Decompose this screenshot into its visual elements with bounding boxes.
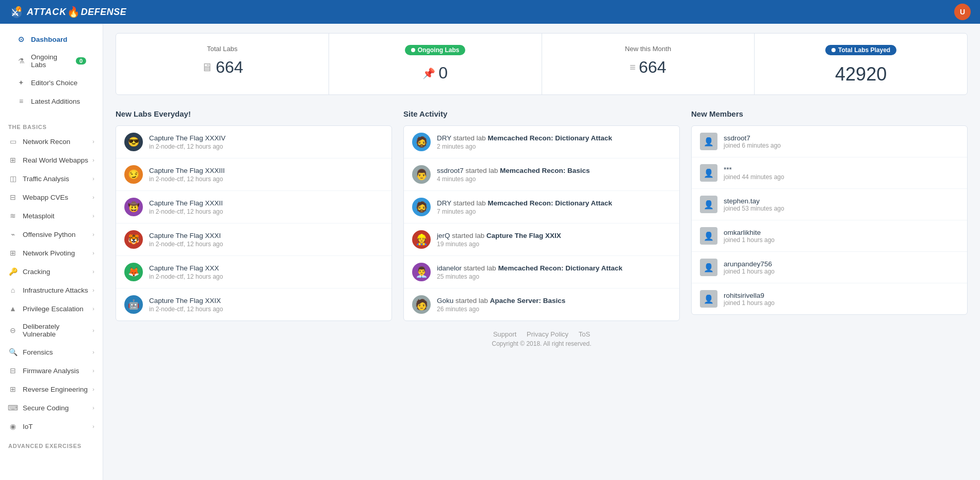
- chevron-right-icon: ›: [92, 268, 94, 275]
- sidebar-item-forensics[interactable]: 🔍 Forensics ›: [0, 343, 103, 361]
- item-text: ssdroot7 started lab Memcached Recon: Ba…: [437, 167, 590, 183]
- activity-card: 🧔 DRY started lab Memcached Recon: Dicti…: [403, 125, 680, 321]
- avatar: 😏: [124, 165, 143, 184]
- list-item[interactable]: 🦊 Capture The Flag XXX in 2-node-ctf, 12…: [116, 256, 391, 289]
- sidebar-item-ongoing-labs[interactable]: ⚗ Ongoing Labs 0: [8, 49, 94, 73]
- sidebar-item-latest-additions[interactable]: ≡ Latest Additions: [8, 92, 94, 110]
- footer: Support Privacy Policy ToS Copyright © 2…: [116, 321, 968, 357]
- list-item[interactable]: 😎 Capture The Flag XXXIV in 2-node-ctf, …: [116, 126, 391, 158]
- sidebar-item-webapp-cves[interactable]: ⊟ Webapp CVEs ›: [0, 188, 103, 206]
- status-dot: [831, 48, 836, 52]
- avatar: 😎: [124, 133, 143, 151]
- sidebar-top-nav: ⊙ Dashboard ⚗ Ongoing Labs 0 ✦ Editor's …: [0, 24, 103, 117]
- new-labs-section: New Labs Everyday! 😎 Capture The Flag XX…: [116, 109, 392, 321]
- list-item[interactable]: 👨 ssdroot7 started lab Memcached Recon: …: [404, 158, 679, 191]
- real-world-webapps-icon: ⊞: [8, 155, 18, 165]
- list-item[interactable]: 👤 stephen.tay joined 53 minutes ago: [692, 189, 967, 220]
- list-item[interactable]: 👷 jerQ started lab Capture The Flag XXIX…: [404, 223, 679, 256]
- member-info: stephen.tay joined 53 minutes ago: [724, 197, 784, 212]
- network-recon-icon: ▭: [8, 137, 18, 146]
- member-avatar: 👤: [700, 133, 717, 150]
- activity-time: 4 minutes ago: [437, 175, 590, 183]
- sidebar-item-label: Infrastructure Attacks: [23, 286, 88, 294]
- app-layout: ⊙ Dashboard ⚗ Ongoing Labs 0 ✦ Editor's …: [0, 24, 980, 480]
- secure-coding-icon: ⌨: [8, 403, 18, 412]
- sidebar-item-dashboard[interactable]: ⊙ Dashboard: [8, 30, 94, 49]
- avatar: 🐯: [124, 230, 143, 249]
- sidebar-item-reverse-engineering[interactable]: ⊞ Reverse Engineering ›: [0, 380, 103, 398]
- footer-support-link[interactable]: Support: [493, 330, 517, 338]
- list-item[interactable]: 👤 ssdroot7 joined 6 minutes ago: [692, 126, 967, 157]
- activity-time: 26 minutes ago: [437, 306, 565, 313]
- list-item[interactable]: 👨‍💼 idanelor started lab Memcached Recon…: [404, 256, 679, 289]
- list-item[interactable]: 🧔 DRY started lab Memcached Recon: Dicti…: [404, 126, 679, 158]
- list-item[interactable]: 👤 omkarlikhite joined 1 hours ago: [692, 220, 967, 252]
- list-item[interactable]: 👤 *** joined 44 minutes ago: [692, 157, 967, 189]
- latest-additions-icon: ≡: [17, 97, 26, 106]
- lab-sub: in 2-node-ctf, 12 hours ago: [149, 273, 223, 280]
- sidebar-item-offensive-python[interactable]: ⌁ Offensive Python ›: [0, 225, 103, 244]
- stat-ongoing-labs: Ongoing Labs 📌 0: [329, 34, 542, 94]
- user-avatar[interactable]: U: [954, 4, 971, 20]
- list-item[interactable]: 👤 arunpandey756 joined 1 hours ago: [692, 252, 967, 283]
- list-item[interactable]: 🧑 Goku started lab Apache Server: Basics…: [404, 289, 679, 321]
- footer-tos-link[interactable]: ToS: [579, 330, 590, 338]
- lab-sub: in 2-node-ctf, 12 hours ago: [149, 175, 225, 183]
- sidebar-item-editors-choice[interactable]: ✦ Editor's Choice: [8, 73, 94, 92]
- chevron-right-icon: ›: [92, 349, 94, 355]
- sidebar-item-metasploit[interactable]: ≋ Metasploit ›: [0, 206, 103, 225]
- sidebar-item-privilege-escalation[interactable]: ▲ Privilege Escalation ›: [0, 299, 103, 318]
- sidebar-item-label: Secure Coding: [23, 404, 69, 412]
- list-item[interactable]: 🧔 DRY started lab Memcached Recon: Dicti…: [404, 191, 679, 223]
- sidebar-item-network-pivoting[interactable]: ⊞ Network Pivoting ›: [0, 244, 103, 262]
- sidebar-item-label: Firmware Analysis: [23, 367, 79, 375]
- stats-row: Total Labs 🖥 664 Ongoing Labs 📌 0: [116, 33, 968, 95]
- activity-section: Site Activity 🧔 DRY started lab Memcache…: [403, 109, 680, 321]
- chevron-right-icon: ›: [92, 213, 94, 219]
- chevron-right-icon: ›: [92, 327, 94, 333]
- sidebar-item-cracking[interactable]: 🔑 Cracking ›: [0, 262, 103, 281]
- list-item[interactable]: 🐯 Capture The Flag XXXI in 2-node-ctf, 1…: [116, 223, 391, 256]
- sidebar-item-label: Reverse Engineering: [23, 386, 88, 393]
- logo-text-2: DEFENSE: [81, 7, 127, 18]
- sidebar-item-deliberately-vulnerable[interactable]: ⊖ Deliberately Vulnerable ›: [0, 318, 103, 343]
- member-info: ssdroot7 joined 6 minutes ago: [724, 134, 781, 149]
- sidebar-item-secure-coding[interactable]: ⌨ Secure Coding ›: [0, 398, 103, 417]
- sidebar-item-traffic-analysis[interactable]: ◫ Traffic Analysis ›: [0, 169, 103, 188]
- new-labs-title: New Labs Everyday!: [116, 109, 392, 118]
- list-item[interactable]: 👤 rohitsirivella9 joined 1 hours ago: [692, 283, 967, 314]
- sidebar-item-network-recon[interactable]: ▭ Network Recon ›: [0, 132, 103, 151]
- lab-title: Capture The Flag XXIX: [149, 297, 223, 305]
- member-avatar: 👤: [700, 164, 717, 182]
- item-text: Capture The Flag XXXIII in 2-node-ctf, 1…: [149, 167, 225, 183]
- member-name: stephen.tay: [724, 197, 784, 205]
- list-item[interactable]: 🤠 Capture The Flag XXXII in 2-node-ctf, …: [116, 191, 391, 223]
- sidebar-item-label: Ongoing Labs: [31, 53, 73, 69]
- lab-title: Capture The Flag XXXIII: [149, 167, 225, 174]
- avatar: 🧔: [412, 133, 431, 151]
- list-icon: ≡: [630, 61, 636, 73]
- item-text: Capture The Flag XXXII in 2-node-ctf, 12…: [149, 199, 223, 215]
- editors-choice-icon: ✦: [17, 78, 26, 87]
- item-text: Capture The Flag XXXIV in 2-node-ctf, 12…: [149, 134, 225, 150]
- sidebar-item-firmware-analysis[interactable]: ⊟ Firmware Analysis ›: [0, 361, 103, 380]
- activity-text: DRY started lab Memcached Recon: Diction…: [437, 199, 612, 207]
- sidebar-item-iot[interactable]: ◉ IoT ›: [0, 417, 103, 436]
- sidebar-item-label: Privilege Escalation: [23, 305, 84, 313]
- avatar: 👨‍💼: [412, 263, 431, 281]
- sidebar-item-label: Dashboard: [31, 36, 68, 43]
- chevron-right-icon: ›: [92, 194, 94, 200]
- chevron-right-icon: ›: [92, 405, 94, 411]
- activity-text: DRY started lab Memcached Recon: Diction…: [437, 134, 612, 142]
- total-played-value: 42920: [769, 63, 953, 85]
- avatar: 🧑: [412, 295, 431, 314]
- sidebar-item-infrastructure-attacks[interactable]: ⌂ Infrastructure Attacks ›: [0, 281, 103, 299]
- member-info: rohitsirivella9 joined 1 hours ago: [724, 292, 775, 307]
- footer-privacy-link[interactable]: Privacy Policy: [527, 330, 568, 338]
- item-text: DRY started lab Memcached Recon: Diction…: [437, 134, 612, 150]
- sidebar-item-real-world-webapps[interactable]: ⊞ Real World Webapps ›: [0, 151, 103, 169]
- avatar: 🧔: [412, 198, 431, 216]
- stat-total-played: Total Labs Played 42920: [755, 34, 967, 94]
- list-item[interactable]: 😏 Capture The Flag XXXIII in 2-node-ctf,…: [116, 158, 391, 191]
- list-item[interactable]: 🤖 Capture The Flag XXIX in 2-node-ctf, 1…: [116, 289, 391, 321]
